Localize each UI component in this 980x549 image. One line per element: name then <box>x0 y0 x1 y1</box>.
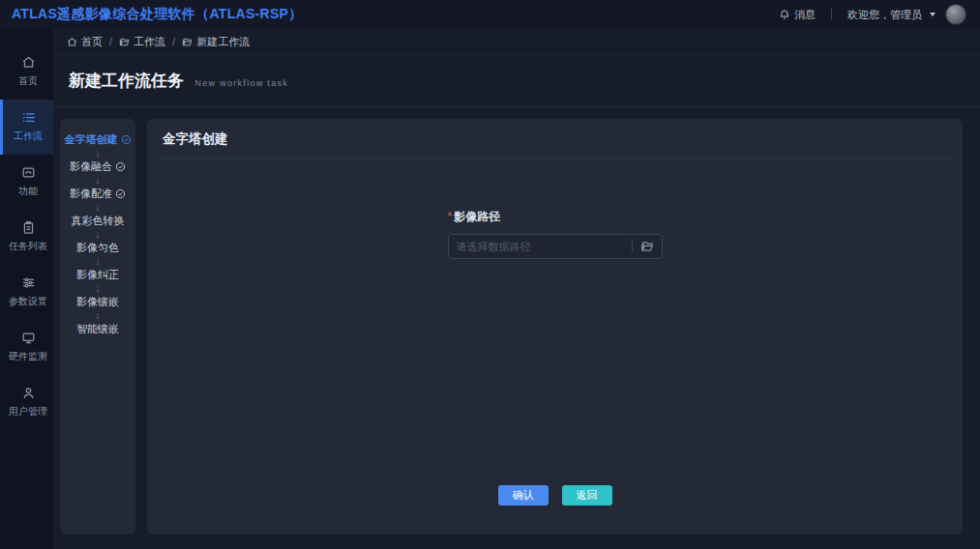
breadcrumb-home[interactable]: 首页 <box>67 35 103 49</box>
step-arrow-icon: ↓ <box>96 228 101 241</box>
sidebar-item-label: 工作流 <box>14 130 43 143</box>
panel-title: 金字塔创建 <box>157 119 953 159</box>
breadcrumb-label: 首页 <box>81 35 103 49</box>
sidebar-item-task-list[interactable]: 任务列表 <box>0 210 53 265</box>
sidebar-item-label: 硬件监测 <box>9 350 47 363</box>
sidebar-item-label: 用户管理 <box>9 405 47 419</box>
sidebar-item-workflow[interactable]: 工作流 <box>0 100 53 155</box>
sidebar: 首页 工作流 功能 任务列表 <box>0 29 53 549</box>
breadcrumb-workflow[interactable]: 工作流 <box>119 35 165 49</box>
task-list-icon <box>21 220 36 235</box>
image-path-input-wrap <box>448 234 663 259</box>
monitor-icon <box>21 331 36 345</box>
step-arrow-icon: ↓ <box>96 174 101 187</box>
app-header: ATLAS遥感影像综合处理软件（ATLAS-RSP） 消息 欢迎您，管理员 <box>0 0 980 29</box>
workflow-steps-panel: 金字塔创建 ↓ 影像融合 ↓ 影像配准 <box>60 119 135 535</box>
sidebar-item-label: 首页 <box>18 74 38 88</box>
step-image-fusion[interactable]: 影像融合 <box>70 159 126 174</box>
functions-icon <box>21 165 36 180</box>
button-row: 确认 返回 <box>147 485 963 535</box>
caret-down-icon <box>930 13 935 16</box>
sidebar-item-hardware[interactable]: 硬件监测 <box>0 320 53 375</box>
messages-button[interactable]: 消息 <box>779 8 816 22</box>
breadcrumb-label: 新建工作流 <box>196 35 250 49</box>
folder-icon <box>182 37 193 47</box>
sidebar-item-users[interactable]: 用户管理 <box>0 375 53 430</box>
sidebar-item-label: 参数设置 <box>9 295 47 308</box>
home-icon <box>67 37 77 47</box>
step-image-mosaic[interactable]: 影像镶嵌 <box>76 295 119 309</box>
image-path-label: *影像路径 <box>448 209 663 225</box>
required-mark: * <box>448 210 453 223</box>
page-title-block: 新建工作流任务 New workflow task <box>53 55 980 107</box>
step-true-color-conversion[interactable]: 真彩色转换 <box>72 214 125 228</box>
avatar[interactable] <box>945 4 966 25</box>
sidebar-item-label: 任务列表 <box>9 240 47 253</box>
user-menu[interactable]: 欢迎您，管理员 <box>847 8 935 22</box>
sidebar-item-home[interactable]: 首页 <box>0 44 53 100</box>
sidebar-item-functions[interactable]: 功能 <box>0 155 53 210</box>
check-circle-icon <box>115 188 126 199</box>
step-image-correction[interactable]: 影像纠正 <box>76 268 119 282</box>
home-icon <box>21 55 36 70</box>
check-circle-icon <box>115 161 126 172</box>
page-title: 新建工作流任务 <box>69 72 184 90</box>
user-icon <box>21 386 36 400</box>
step-label: 影像配准 <box>70 187 112 201</box>
back-button[interactable]: 返回 <box>562 485 612 506</box>
step-arrow-icon: ↓ <box>96 309 101 322</box>
step-label: 影像融合 <box>70 159 112 174</box>
confirm-button[interactable]: 确认 <box>498 485 549 506</box>
step-arrow-icon: ↓ <box>96 255 101 268</box>
form-area: *影像路径 <box>147 159 963 259</box>
breadcrumb: 首页 / 工作流 / 新建工作流 <box>53 29 980 55</box>
step-arrow-icon: ↓ <box>96 147 101 159</box>
step-label: 真彩色转换 <box>72 214 125 228</box>
workflow-icon <box>21 110 36 125</box>
step-label: 影像匀色 <box>76 241 119 255</box>
breadcrumb-label: 工作流 <box>134 35 165 49</box>
app-title: ATLAS遥感影像综合处理软件（ATLAS-RSP） <box>12 6 303 23</box>
step-smart-mosaic[interactable]: 智能镶嵌 <box>76 322 119 336</box>
breadcrumb-new-workflow[interactable]: 新建工作流 <box>182 35 250 49</box>
step-image-color-balancing[interactable]: 影像匀色 <box>76 241 119 255</box>
page-subtitle: New workflow task <box>194 78 288 88</box>
content-area: 首页 / 工作流 / 新建工作流 新建工作流任务 New workflow ta… <box>53 29 980 549</box>
step-label: 影像镶嵌 <box>76 295 119 309</box>
main-panel: 金字塔创建 *影像路径 <box>147 119 963 535</box>
check-circle-icon <box>121 134 132 145</box>
step-arrow-icon: ↓ <box>96 201 101 214</box>
step-pyramid-create[interactable]: 金字塔创建 <box>65 132 132 147</box>
browse-folder-button[interactable] <box>633 235 662 258</box>
step-arrow-icon: ↓ <box>96 282 101 295</box>
breadcrumb-separator: / <box>172 36 175 47</box>
folder-open-icon <box>640 240 654 253</box>
field-label-text: 影像路径 <box>454 210 500 223</box>
welcome-label: 欢迎您，管理员 <box>847 8 922 22</box>
sidebar-item-parameters[interactable]: 参数设置 <box>0 265 53 320</box>
step-label: 影像纠正 <box>76 268 119 282</box>
messages-label: 消息 <box>794 8 816 22</box>
header-divider <box>831 9 832 20</box>
breadcrumb-separator: / <box>109 36 112 47</box>
sidebar-item-label: 功能 <box>18 185 38 198</box>
step-image-registration[interactable]: 影像配准 <box>70 187 126 201</box>
image-path-input[interactable] <box>449 241 632 252</box>
folder-icon <box>119 37 130 47</box>
bell-icon <box>779 9 790 20</box>
step-label: 金字塔创建 <box>65 132 118 147</box>
step-label: 智能镶嵌 <box>76 322 119 336</box>
sliders-icon <box>21 275 36 290</box>
